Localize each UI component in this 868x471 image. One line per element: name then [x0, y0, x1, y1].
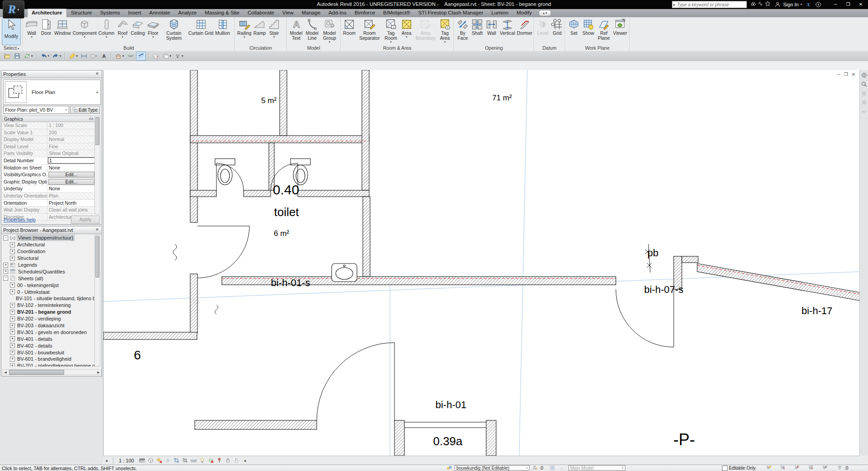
rewind-icon[interactable]: [860, 89, 868, 97]
chevron-down-icon[interactable]: [860, 108, 868, 115]
comm-center-icon[interactable]: [757, 0, 764, 7]
drag-on-selection-icon[interactable]: [822, 465, 829, 471]
zoom-icon[interactable]: [860, 80, 868, 88]
exchange-apps-icon[interactable]: X: [805, 1, 812, 8]
tag-area-button[interactable]: 1Tag Area▾: [438, 18, 452, 45]
component-button[interactable]: Component▾: [72, 18, 97, 45]
plan-label[interactable]: 5 m²: [261, 96, 277, 105]
tree-item[interactable]: +Schedules/Quantities: [2, 268, 95, 275]
project-browser-hscrollbar[interactable]: ◀ ▶: [2, 369, 102, 375]
mullion-button[interactable]: Mullion: [215, 18, 230, 45]
view-minimize-icon[interactable]: ─: [837, 72, 840, 77]
tab-massing-site[interactable]: Massing & Site: [201, 9, 244, 17]
plan-label[interactable]: bi-h-01-s: [271, 277, 310, 288]
expand-icon[interactable]: +: [10, 330, 15, 334]
show-crop-icon[interactable]: [181, 457, 189, 464]
view-type-combo[interactable]: Floor Plan: plot_V0 BV ˅: [3, 106, 69, 114]
plan-label[interactable]: toilet: [274, 205, 300, 219]
dropdown-icon[interactable]: ▾: [273, 36, 275, 38]
plan-label[interactable]: bi-h-17: [802, 305, 832, 316]
apply-button[interactable]: Apply: [71, 216, 100, 224]
edit-button[interactable]: Edit...: [48, 179, 94, 185]
active-workset-icon[interactable]: [549, 465, 557, 471]
tab-collaborate[interactable]: Collaborate: [244, 9, 278, 17]
room-button[interactable]: Room: [343, 18, 356, 45]
expand-icon[interactable]: +: [10, 363, 15, 367]
customize-qat-icon[interactable]: ▾: [173, 52, 184, 60]
expand-icon[interactable]: +: [10, 336, 15, 341]
tab-structure[interactable]: Structure: [67, 9, 96, 17]
expand-icon[interactable]: +: [10, 357, 15, 362]
open-icon[interactable]: [3, 52, 12, 60]
binoculars-icon[interactable]: [750, 0, 757, 7]
scroll-left-icon[interactable]: ◀: [3, 371, 8, 374]
close-hidden-windows-icon[interactable]: [151, 52, 160, 60]
tab-manage[interactable]: Manage: [298, 9, 325, 17]
tree-item[interactable]: BV-101 - situatie bestaand, tijdens bouw: [2, 295, 95, 302]
property-input[interactable]: 1: [48, 157, 95, 164]
close-button[interactable]: ✕: [854, 1, 867, 8]
plan-label[interactable]: 71 m²: [492, 94, 512, 102]
tab-systems[interactable]: Systems: [96, 9, 124, 17]
dropdown-icon[interactable]: ▾: [84, 36, 85, 38]
dropdown-icon[interactable]: ▾: [122, 36, 124, 38]
tree-item[interactable]: +BV-102 - terreintekening: [2, 302, 95, 309]
scroll-right-icon[interactable]: ▶: [96, 371, 101, 374]
door-button[interactable]: Door: [39, 18, 53, 45]
tree-item[interactable]: +BV-201 - begane grond: [2, 309, 95, 316]
properties-help-link[interactable]: Properties help: [4, 217, 36, 222]
tree-item[interactable]: +BV-301 - gevels en doorsneden: [2, 329, 95, 335]
tree-item[interactable]: +00 - tekeningenlijst: [2, 282, 95, 288]
active-workset-combo[interactable]: bouwkundig (Not Editable) ˅: [455, 465, 530, 471]
model-graphics-icon[interactable]: [138, 457, 146, 464]
viewbar-collapse-icon[interactable]: ◂: [241, 458, 249, 463]
select-links-icon[interactable]: [766, 465, 773, 471]
tree-item[interactable]: +BV-701 - plafondtekening begane grond: [2, 363, 95, 367]
help-search[interactable]: ▸: [672, 1, 747, 8]
modify-button[interactable]: Modify: [2, 18, 21, 45]
ceiling-button[interactable]: Ceiling: [130, 18, 145, 45]
tree-item[interactable]: -Views (mappenstructuur): [2, 235, 95, 241]
plan-label[interactable]: bi-h-01: [436, 399, 466, 410]
tab-bimforce[interactable]: Bimforce: [351, 9, 379, 17]
tab-insert[interactable]: Insert: [124, 9, 145, 17]
sign-in-button[interactable]: Sign In ▾: [774, 1, 802, 8]
tree-item[interactable]: +BV-501 - bouwbesluit: [2, 349, 95, 356]
sign-in-dropdown-icon[interactable]: ▾: [800, 3, 802, 6]
default-3d-view-icon[interactable]: ▾: [114, 52, 125, 60]
property-value[interactable]: None: [47, 165, 95, 171]
favorites-icon[interactable]: [764, 0, 771, 7]
dropdown-icon[interactable]: ▾: [444, 41, 446, 43]
help-icon[interactable]: ?: [815, 1, 822, 8]
wall-button[interactable]: Wall▾: [25, 18, 38, 45]
sun-path-icon[interactable]: [164, 457, 172, 464]
expand-icon[interactable]: +: [10, 323, 15, 328]
project-browser-close-icon[interactable]: ✕: [94, 227, 100, 233]
dropdown-icon[interactable]: ▾: [152, 36, 154, 38]
dropdown-icon[interactable]: ▾: [329, 41, 331, 43]
search-input[interactable]: [676, 2, 746, 8]
switch-windows-icon[interactable]: ▾: [161, 52, 173, 60]
tab-lumion[interactable]: Lumion: [488, 9, 513, 17]
expand-icon[interactable]: +: [10, 289, 15, 294]
tab-sti-firestop-clash-manager[interactable]: STI Firestop Clash Manager: [414, 9, 488, 17]
forward-icon[interactable]: [860, 99, 868, 106]
tree-item[interactable]: +Coordination: [2, 248, 95, 255]
dropdown-icon[interactable]: ▾: [406, 36, 408, 38]
set-button[interactable]: Set: [567, 18, 581, 45]
ribbon-collapse-button[interactable]: ▴ ▾: [539, 10, 551, 16]
plan-label[interactable]: bi-h-07-s: [644, 284, 684, 295]
window-button[interactable]: Window: [54, 18, 71, 45]
view-restore-icon[interactable]: ❐: [844, 72, 848, 77]
ramp-button[interactable]: Ramp: [253, 18, 266, 45]
expand-icon[interactable]: +: [10, 310, 15, 315]
show-button[interactable]: Show: [582, 18, 595, 45]
dormer-button[interactable]: Dormer: [516, 18, 533, 45]
tab-bimobject-[interactable]: BIMobject®: [379, 9, 414, 17]
stair-button[interactable]: Stair▾: [267, 18, 281, 45]
reveal-constraints-icon[interactable]: [216, 457, 223, 464]
view-scale-button[interactable]: 1 : 100: [115, 458, 138, 463]
tree-item[interactable]: +Architectural: [2, 241, 95, 248]
viewer-button[interactable]: Viewer: [613, 18, 628, 45]
graphics-section-header[interactable]: Graphics ∧∧: [2, 116, 95, 122]
